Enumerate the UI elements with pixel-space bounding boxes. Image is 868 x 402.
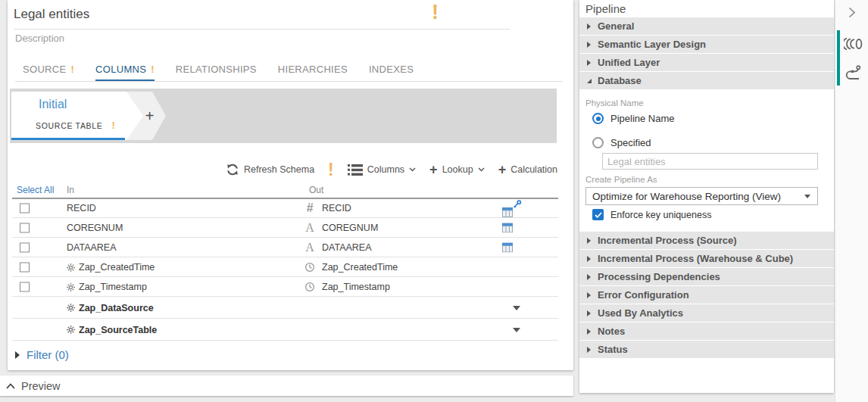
refresh-schema-button[interactable]: Refresh Schema <box>226 163 314 176</box>
datetime-type-icon <box>303 282 317 292</box>
description-field[interactable] <box>14 32 317 45</box>
specified-name-input[interactable] <box>602 153 818 170</box>
section-unified-layer[interactable]: Unified Layer <box>579 54 834 71</box>
pipeline-name-radio-option[interactable]: Pipeline Name <box>592 113 675 124</box>
table-icon[interactable] <box>502 207 513 217</box>
row-checkbox[interactable] <box>20 263 30 273</box>
section-used-by-analytics[interactable]: Used By Analytics <box>579 304 834 322</box>
key-icon <box>512 200 522 209</box>
table-icon[interactable] <box>502 223 513 233</box>
panel-title: Pipeline <box>585 2 626 15</box>
title-underline <box>14 29 510 30</box>
tab-relationships[interactable]: RELATIONSHIPS <box>176 64 257 81</box>
physical-name-label: Physical Name <box>585 98 644 108</box>
gear-icon <box>67 326 75 334</box>
caret-collapsed-icon <box>587 23 591 30</box>
add-calculation-button[interactable]: + Calculation <box>498 162 557 178</box>
active-step-indicator <box>11 138 125 140</box>
caret-collapsed-icon <box>587 292 591 298</box>
chevron-down-icon <box>478 167 485 172</box>
section-processing-dependencies[interactable]: Processing Dependencies <box>579 268 834 285</box>
row-checkbox[interactable] <box>20 204 30 213</box>
section-semantic-layer-design[interactable]: Semantic Layer Design <box>579 36 834 53</box>
caret-collapsed-icon <box>587 238 591 244</box>
plus-icon: + <box>429 162 438 178</box>
right-icon-strip <box>835 0 868 402</box>
preview-expander[interactable]: Preview <box>0 376 573 396</box>
section-incremental-process-warehouse-cube[interactable]: Incremental Process (Warehouse & Cube) <box>579 250 834 267</box>
gear-icon <box>67 263 75 272</box>
tab-columns[interactable]: COLUMNS ! <box>95 64 155 81</box>
step-subtitle: SOURCE TABLE <box>36 121 103 130</box>
table-row: Zap_DataSource <box>12 298 558 319</box>
add-lookup-button[interactable]: + Lookup <box>429 162 485 178</box>
filter-expander[interactable]: Filter (0) <box>15 348 69 361</box>
gear-icon <box>67 304 75 312</box>
data-flow-tool-icon[interactable] <box>843 64 862 82</box>
specified-radio-option[interactable]: Specified <box>592 137 651 148</box>
in-column-header: In <box>67 185 74 195</box>
row-checkbox[interactable] <box>20 223 30 233</box>
create-pipeline-as-select[interactable]: Optimize for Warehouse Reporting (View) <box>585 187 818 205</box>
row-checkbox[interactable] <box>20 282 30 292</box>
create-pipeline-as-label: Create Pipeline As <box>585 175 657 184</box>
step-tab-initial[interactable]: Initial SOURCE TABLE ! <box>11 92 143 140</box>
enforce-key-uniqueness-checkbox[interactable]: Enforce key uniqueness <box>592 209 711 220</box>
number-type-icon: # <box>303 201 317 215</box>
pipeline-properties-tool-icon[interactable] <box>844 37 863 51</box>
editor-tab-bar: SOURCE ! COLUMNS ! RELATIONSHIPS HIERARC… <box>15 64 563 82</box>
caret-collapsed-icon <box>587 329 591 335</box>
pipeline-warning-icon: ! <box>432 1 439 24</box>
select-all-link[interactable]: Select All <box>17 185 54 195</box>
radio-unselected-icon <box>592 137 604 148</box>
page-title[interactable]: Legal entities <box>14 7 89 22</box>
source-warning-icon: ! <box>70 64 74 75</box>
caret-collapsed-icon <box>587 274 591 280</box>
checkbox-checked-icon <box>592 209 604 220</box>
table-row: Zap_SourceTable <box>12 319 558 341</box>
tab-indexes[interactable]: INDEXES <box>369 64 414 81</box>
tab-hierarchies[interactable]: HIERARCHIES <box>278 64 348 81</box>
caret-collapsed-icon <box>587 256 591 262</box>
gear-icon <box>67 283 75 291</box>
table-row: DATAAREA A DATAAREA <box>12 238 558 257</box>
text-type-icon: A <box>303 241 317 254</box>
table-row: RECID # RECID <box>12 199 558 218</box>
caret-collapsed-icon <box>587 347 591 353</box>
section-status[interactable]: Status <box>579 341 834 358</box>
tab-source[interactable]: SOURCE ! <box>23 64 74 81</box>
section-general[interactable]: General <box>579 17 834 35</box>
table-icon[interactable] <box>502 243 513 253</box>
caret-collapsed-icon <box>587 60 591 66</box>
columns-warning-icon: ! <box>151 64 155 75</box>
chevron-up-icon <box>6 383 15 389</box>
transform-steps-strip: + Initial SOURCE TABLE ! <box>10 89 557 143</box>
section-error-configuration[interactable]: Error Configuration <box>579 286 834 304</box>
text-type-icon: A <box>303 221 317 235</box>
toolbar-warning-icon: ! <box>328 161 334 179</box>
table-row: Zap_CreatedTime Zap_CreatedTime <box>12 258 558 277</box>
table-row: COREGNUM A COREGNUM <box>12 219 558 238</box>
plus-icon: + <box>498 162 507 178</box>
collapse-panel-chevron-icon[interactable] <box>848 7 856 18</box>
select-arrow-icon <box>804 195 810 198</box>
caret-collapsed-icon <box>587 42 591 48</box>
chevron-down-icon <box>409 167 416 172</box>
section-database[interactable]: Database <box>579 72 834 89</box>
section-incremental-process-source[interactable]: Incremental Process (Source) <box>579 232 834 249</box>
active-tool-indicator <box>837 30 840 86</box>
pipeline-editor-panel: Legal entities ! SOURCE ! COLUMNS ! RELA… <box>8 0 573 370</box>
radio-selected-icon <box>592 113 604 124</box>
row-checkbox[interactable] <box>20 243 30 253</box>
caret-collapsed-icon <box>587 310 591 316</box>
datetime-type-icon <box>303 262 317 273</box>
row-expand-caret[interactable] <box>513 306 520 310</box>
filter-caret-icon <box>15 351 20 359</box>
columns-list-icon <box>348 164 363 176</box>
row-expand-caret[interactable] <box>513 328 520 332</box>
columns-dropdown-button[interactable]: Columns <box>348 164 416 176</box>
section-notes[interactable]: Notes <box>579 323 834 340</box>
refresh-icon <box>226 163 239 176</box>
step-warning-icon: ! <box>112 120 116 131</box>
table-row: Zap_Timestamp Zap_Timestamp <box>12 278 558 297</box>
